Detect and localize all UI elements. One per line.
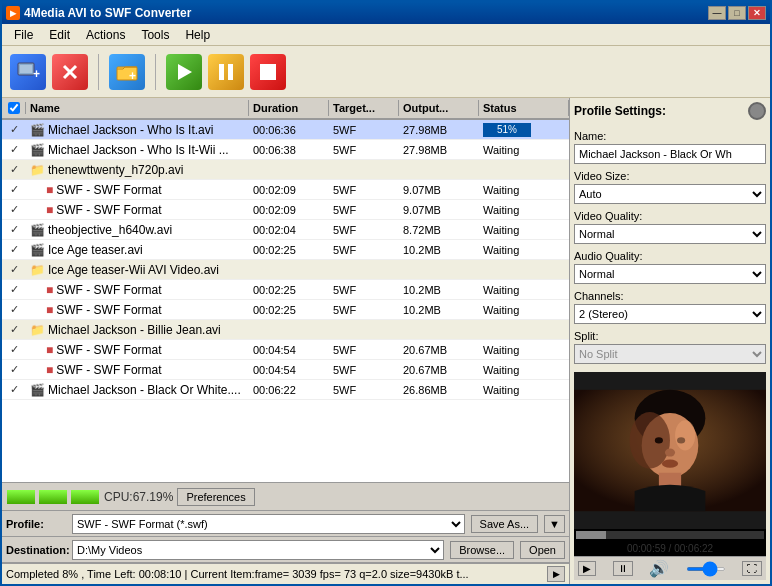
app-icon: ▶ bbox=[6, 6, 20, 20]
table-row[interactable]: ✓ 🎬Michael Jackson - Black Or White.... … bbox=[2, 380, 569, 400]
table-row[interactable]: ✓ 🎬Michael Jackson - Who Is It.avi 00:06… bbox=[2, 120, 569, 140]
table-row-group[interactable]: ✓ 📁Michael Jackson - Billie Jean.avi bbox=[2, 320, 569, 340]
row-target: 5WF bbox=[329, 222, 399, 238]
table-row[interactable]: ✓ ■SWF - SWF Format 00:02:25 5WF 10.2MB … bbox=[2, 300, 569, 320]
row-target: 5WF bbox=[329, 142, 399, 158]
video-quality-select[interactable]: Normal bbox=[574, 224, 766, 244]
table-row-group[interactable]: ✓ 📁thenewttwenty_h720p.avi bbox=[2, 160, 569, 180]
row-target bbox=[329, 168, 399, 172]
row-status: Waiting bbox=[479, 382, 569, 398]
row-target: 5WF bbox=[329, 362, 399, 378]
channels-select[interactable]: 2 (Stereo) bbox=[574, 304, 766, 324]
maximize-button[interactable]: □ bbox=[728, 6, 746, 20]
delete-icon bbox=[52, 54, 88, 90]
row-status: Waiting bbox=[479, 222, 569, 238]
audio-quality-label: Audio Quality: bbox=[574, 250, 766, 262]
svg-rect-1 bbox=[20, 65, 32, 73]
table-row-group[interactable]: ✓ 📁Ice Age teaser-Wii AVI Video.avi bbox=[2, 260, 569, 280]
fullscreen-button[interactable]: ⛶ bbox=[742, 561, 762, 576]
row-output: 20.67MB bbox=[399, 342, 479, 358]
table-row[interactable]: ✓ ■SWF - SWF Format 00:04:54 5WF 20.67MB… bbox=[2, 340, 569, 360]
row-status: Waiting bbox=[479, 202, 569, 218]
table-header: Name Duration Target... Output... Status bbox=[2, 98, 569, 120]
row-status bbox=[479, 328, 569, 332]
header-output: Output... bbox=[399, 100, 479, 116]
menu-tools[interactable]: Tools bbox=[133, 26, 177, 44]
row-check: ✓ bbox=[2, 201, 26, 218]
close-button[interactable]: ✕ bbox=[748, 6, 766, 20]
add-folder-icon: + bbox=[109, 54, 145, 90]
row-status: 51% bbox=[479, 121, 569, 139]
table-row[interactable]: ✓ 🎬Ice Age teaser.avi 00:02:25 5WF 10.2M… bbox=[2, 240, 569, 260]
menu-edit[interactable]: Edit bbox=[41, 26, 78, 44]
name-input[interactable] bbox=[574, 144, 766, 164]
status-message-bar: Completed 8% , Time Left: 00:08:10 | Cur… bbox=[2, 562, 569, 584]
profile-row: Profile: SWF - SWF Format (*.swf) Save A… bbox=[2, 510, 569, 536]
table-row[interactable]: ✓ 🎬Michael Jackson - Who Is It-Wii ... 0… bbox=[2, 140, 569, 160]
row-check: ✓ bbox=[2, 161, 26, 178]
svg-text:+: + bbox=[129, 69, 136, 83]
table-row[interactable]: ✓ ■SWF - SWF Format 00:02:09 5WF 9.07MB … bbox=[2, 200, 569, 220]
add-file-button[interactable]: + bbox=[10, 54, 46, 90]
convert-button[interactable] bbox=[166, 54, 202, 90]
menu-help[interactable]: Help bbox=[177, 26, 218, 44]
row-output: 20.67MB bbox=[399, 362, 479, 378]
profile-arrow-button[interactable]: ▼ bbox=[544, 515, 565, 533]
video-pause-button[interactable]: ⏸ bbox=[613, 561, 633, 576]
destination-select[interactable]: D:\My Videos bbox=[72, 540, 444, 560]
row-name: 🎬Ice Age teaser.avi bbox=[26, 241, 249, 259]
gear-icon[interactable] bbox=[748, 102, 766, 120]
toolbar-separator-2 bbox=[155, 54, 156, 90]
volume-slider[interactable] bbox=[686, 567, 726, 571]
video-thumbnail bbox=[574, 372, 766, 529]
menu-file[interactable]: File bbox=[6, 26, 41, 44]
preferences-button[interactable]: Preferences bbox=[177, 488, 254, 506]
row-target: 5WF bbox=[329, 122, 399, 138]
row-name: 🎬Michael Jackson - Black Or White.... bbox=[26, 381, 249, 399]
stop-button[interactable] bbox=[250, 54, 286, 90]
main-area: Name Duration Target... Output... Status… bbox=[2, 98, 770, 584]
pause-button[interactable] bbox=[208, 54, 244, 90]
table-row[interactable]: ✓ ■SWF - SWF Format 00:04:54 5WF 20.67MB… bbox=[2, 360, 569, 380]
row-duration: 00:04:54 bbox=[249, 362, 329, 378]
toolbar: + + bbox=[2, 46, 770, 98]
row-check: ✓ bbox=[2, 121, 26, 138]
menu-actions[interactable]: Actions bbox=[78, 26, 133, 44]
row-check: ✓ bbox=[2, 241, 26, 258]
open-button[interactable]: Open bbox=[520, 541, 565, 559]
save-as-button[interactable]: Save As... bbox=[471, 515, 539, 533]
add-folder-button[interactable]: + bbox=[109, 54, 145, 90]
header-name: Name bbox=[26, 100, 249, 116]
delete-button[interactable] bbox=[52, 54, 88, 90]
row-duration: 00:02:25 bbox=[249, 282, 329, 298]
split-select[interactable]: No Split bbox=[574, 344, 766, 364]
row-duration: 00:02:09 bbox=[249, 182, 329, 198]
svg-point-21 bbox=[675, 420, 695, 450]
table-row[interactable]: ✓ 🎬theobjective_h640w.avi 00:02:04 5WF 8… bbox=[2, 220, 569, 240]
row-target: 5WF bbox=[329, 182, 399, 198]
header-check bbox=[2, 102, 26, 114]
select-all-checkbox[interactable] bbox=[8, 102, 20, 114]
row-duration: 00:02:04 bbox=[249, 222, 329, 238]
row-check: ✓ bbox=[2, 381, 26, 398]
video-size-select[interactable]: Auto bbox=[574, 184, 766, 204]
audio-quality-select[interactable]: Normal bbox=[574, 264, 766, 284]
row-name: 📁thenewttwenty_h720p.avi bbox=[26, 161, 249, 179]
table-row[interactable]: ✓ ■SWF - SWF Format 00:02:09 5WF 9.07MB … bbox=[2, 180, 569, 200]
svg-point-19 bbox=[665, 448, 675, 456]
row-check: ✓ bbox=[2, 341, 26, 358]
profile-select[interactable]: SWF - SWF Format (*.swf) bbox=[72, 514, 465, 534]
video-timeline[interactable] bbox=[576, 531, 764, 539]
minimize-button[interactable]: — bbox=[708, 6, 726, 20]
video-play-button[interactable]: ▶ bbox=[578, 561, 596, 576]
status-detail-button[interactable]: ▶ bbox=[547, 566, 565, 582]
video-controls: ▶ ⏸ 🔊 ⛶ bbox=[574, 556, 766, 580]
table-row[interactable]: ✓ ■SWF - SWF Format 00:02:25 5WF 10.2MB … bbox=[2, 280, 569, 300]
row-output: 10.2MB bbox=[399, 242, 479, 258]
header-duration: Duration bbox=[249, 100, 329, 116]
row-target: 5WF bbox=[329, 342, 399, 358]
row-duration bbox=[249, 328, 329, 332]
row-output: 10.2MB bbox=[399, 282, 479, 298]
browse-button[interactable]: Browse... bbox=[450, 541, 514, 559]
convert-icon bbox=[166, 54, 202, 90]
